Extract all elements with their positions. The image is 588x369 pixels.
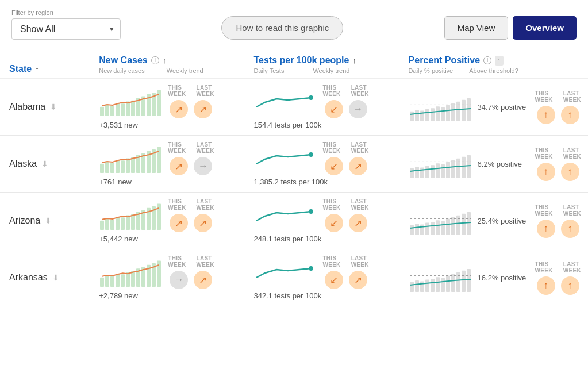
svg-point-64 bbox=[309, 209, 313, 214]
download-icon[interactable]: ⬇ bbox=[41, 159, 48, 168]
tests-cell: THISWEEK LASTWEEK ↙ ↗ 248.1 tests per 10… bbox=[247, 193, 401, 249]
region-select-wrapper[interactable]: Show All ▾ bbox=[11, 18, 121, 40]
percent-sub1: Daily % positive bbox=[409, 67, 454, 74]
percent-info-icon[interactable]: i bbox=[483, 56, 491, 64]
svg-rect-43 bbox=[431, 165, 435, 178]
svg-rect-53 bbox=[105, 218, 109, 230]
svg-rect-93 bbox=[420, 281, 424, 292]
svg-rect-3 bbox=[116, 103, 120, 116]
percent-col-label: Percent Positive bbox=[409, 55, 481, 66]
tests-this-week-label: THISWEEK bbox=[322, 198, 340, 211]
pct-trend-last: ↑ bbox=[561, 106, 579, 124]
last-week-label: LASTWEEK bbox=[196, 141, 214, 154]
svg-rect-73 bbox=[451, 217, 455, 235]
region-select[interactable]: Show All bbox=[11, 18, 121, 40]
tests-value: 248.1 tests per 100k bbox=[253, 235, 394, 243]
svg-rect-94 bbox=[425, 280, 429, 292]
last-week-label: LASTWEEK bbox=[196, 198, 214, 211]
pct-this-week-label: THISWEEK bbox=[535, 147, 553, 160]
svg-rect-96 bbox=[436, 277, 440, 292]
svg-rect-46 bbox=[446, 162, 450, 178]
how-to-button[interactable]: How to read this graphic bbox=[221, 16, 343, 40]
cases-trend-this: → bbox=[170, 271, 188, 289]
svg-rect-40 bbox=[415, 167, 419, 178]
state-name: Arizona bbox=[9, 216, 40, 226]
map-view-button[interactable]: Map View bbox=[444, 16, 509, 40]
pct-trend-last: ↑ bbox=[561, 276, 579, 295]
download-icon[interactable]: ⬇ bbox=[50, 102, 57, 112]
svg-rect-50 bbox=[467, 155, 471, 178]
svg-rect-39 bbox=[410, 168, 414, 178]
svg-rect-57 bbox=[126, 215, 130, 229]
svg-rect-20 bbox=[446, 105, 450, 121]
svg-point-12 bbox=[309, 95, 313, 100]
cases-trend-last: ↗ bbox=[194, 100, 212, 118]
pct-last-week-label: LASTWEEK bbox=[563, 204, 581, 217]
svg-rect-65 bbox=[410, 225, 414, 235]
tests-trend-last: ↗ bbox=[349, 157, 367, 175]
state-cell: Alabama ⬇ bbox=[0, 78, 92, 136]
svg-rect-30 bbox=[121, 160, 125, 173]
filter-label: Filter by region bbox=[11, 9, 121, 16]
svg-rect-0 bbox=[100, 106, 104, 116]
download-icon[interactable]: ⬇ bbox=[52, 273, 59, 282]
tests-cell: THISWEEK LASTWEEK ↙ → 154.4 tests per 10… bbox=[247, 78, 401, 136]
svg-point-38 bbox=[309, 152, 313, 157]
svg-rect-1 bbox=[105, 105, 109, 116]
svg-rect-37 bbox=[157, 147, 161, 172]
percent-cell: 25.4% positive THISWEEK LASTWEEK ↑ ↑ bbox=[402, 193, 588, 249]
percent-sort-icon[interactable]: ↑ bbox=[495, 56, 504, 66]
svg-rect-44 bbox=[436, 163, 440, 178]
state-name: Alaska bbox=[9, 159, 37, 169]
tests-trend-this: ↙ bbox=[325, 157, 343, 175]
tests-cell: THISWEEK LASTWEEK ↙ ↗ 1,385.2 tests per … bbox=[247, 136, 401, 193]
new-cases-sub2: Weekly trend bbox=[167, 67, 203, 74]
svg-rect-98 bbox=[446, 275, 450, 292]
svg-rect-101 bbox=[462, 271, 466, 292]
svg-rect-2 bbox=[110, 105, 114, 116]
new-cases-sub1: New daily cases bbox=[99, 67, 144, 74]
pct-last-week-label: LASTWEEK bbox=[563, 147, 581, 160]
svg-rect-48 bbox=[456, 159, 460, 178]
tests-last-week-label: LASTWEEK bbox=[351, 84, 369, 97]
percent-cell: 34.7% positive THISWEEK LASTWEEK ↑ ↑ bbox=[402, 78, 588, 136]
svg-rect-13 bbox=[410, 112, 414, 121]
tests-sort-icon[interactable]: ↑ bbox=[352, 56, 356, 65]
new-cases-value: +761 new bbox=[99, 178, 240, 186]
tests-value: 342.1 tests per 100k bbox=[253, 291, 394, 300]
table-container: State ↑ New Cases i ↑ New daily cases We… bbox=[0, 48, 588, 306]
state-name: Arkansas bbox=[9, 272, 48, 283]
svg-rect-24 bbox=[467, 98, 471, 121]
col-header-new-cases: New Cases i ↑ New daily cases Weekly tre… bbox=[92, 48, 247, 78]
data-table: State ↑ New Cases i ↑ New daily cases We… bbox=[0, 48, 588, 306]
new-cases-value: +5,442 new bbox=[99, 235, 240, 243]
svg-rect-55 bbox=[116, 217, 120, 230]
svg-rect-68 bbox=[425, 223, 429, 235]
cases-trend-last: ↗ bbox=[194, 214, 212, 232]
tests-trend-last: ↗ bbox=[349, 271, 367, 289]
tests-last-week-label: LASTWEEK bbox=[351, 198, 369, 211]
new-cases-sort-icon[interactable]: ↑ bbox=[163, 56, 167, 65]
download-icon[interactable]: ⬇ bbox=[45, 216, 52, 225]
pct-this-week-label: THISWEEK bbox=[535, 204, 553, 217]
this-week-label: THISWEEK bbox=[168, 255, 186, 268]
svg-rect-22 bbox=[456, 102, 460, 121]
percent-cell: 16.2% positive THISWEEK LASTWEEK ↑ ↑ bbox=[402, 249, 588, 306]
svg-rect-97 bbox=[441, 278, 445, 292]
overview-button[interactable]: Overview bbox=[513, 16, 577, 40]
svg-rect-15 bbox=[420, 110, 424, 121]
filter-region: Filter by region Show All ▾ bbox=[11, 9, 121, 40]
pct-last-week-label: LASTWEEK bbox=[563, 261, 581, 274]
new-cases-cell: THISWEEK LASTWEEK ↗ ↗ +5,442 new bbox=[92, 193, 247, 249]
new-cases-info-icon[interactable]: i bbox=[151, 56, 159, 64]
svg-rect-16 bbox=[425, 109, 429, 121]
tests-sub2: Weekly trend bbox=[313, 67, 349, 74]
col-header-state: State ↑ bbox=[0, 48, 92, 78]
new-cases-cell: THISWEEK LASTWEEK ↗ ↗ +3,531 new bbox=[92, 78, 247, 136]
table-row: Arkansas ⬇ THISWEEK LASTWEEK → ↗ +2,789 … bbox=[0, 249, 588, 306]
svg-rect-41 bbox=[420, 167, 424, 178]
svg-rect-89 bbox=[157, 260, 161, 286]
state-sort-icon[interactable]: ↑ bbox=[35, 65, 39, 74]
tests-trend-this: ↙ bbox=[325, 271, 343, 289]
chevron-down-icon: ▾ bbox=[110, 25, 114, 33]
